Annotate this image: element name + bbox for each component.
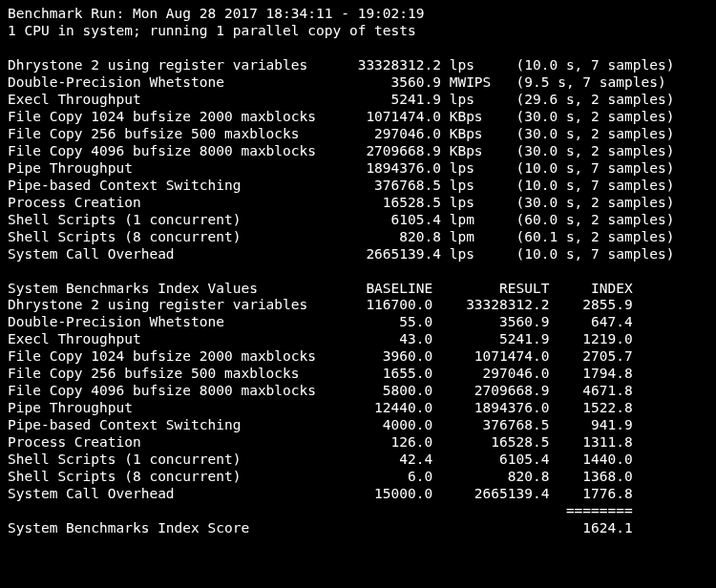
terminal-output: Benchmark Run: Mon Aug 28 2017 18:34:11 … [0, 0, 716, 543]
